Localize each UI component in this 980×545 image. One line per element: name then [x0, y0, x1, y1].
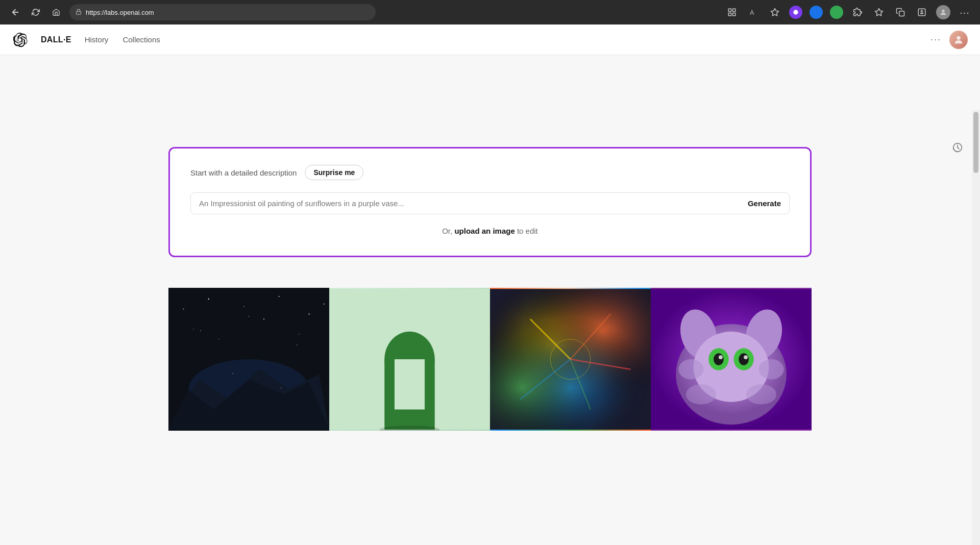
scrollbar-track[interactable] [972, 110, 980, 545]
extension-icon-c[interactable] [810, 6, 823, 19]
generator-card: Start with a detailed description Surpri… [168, 147, 812, 257]
address-bar[interactable]: https://labs.openai.com [69, 4, 376, 20]
extension-icon-purple[interactable] [789, 6, 802, 19]
svg-rect-4 [733, 13, 736, 16]
svg-point-57 [746, 384, 776, 404]
svg-point-15 [183, 309, 184, 310]
svg-point-54 [678, 359, 703, 379]
back-button[interactable] [8, 5, 22, 19]
svg-point-16 [208, 299, 209, 300]
font-button[interactable]: A [746, 5, 761, 19]
svg-point-52 [719, 355, 723, 359]
nav-history-link[interactable]: History [84, 33, 110, 46]
gallery-grid [168, 288, 812, 431]
content-wrapper: Start with a detailed description Surpri… [133, 55, 847, 431]
app-navigation: DALL·E History Collections ··· [0, 24, 980, 55]
surprise-me-button[interactable]: Surprise me [305, 165, 363, 180]
duplicate-button[interactable] [893, 5, 908, 19]
svg-rect-0 [77, 11, 81, 14]
browser-more-button[interactable]: ··· [958, 5, 972, 19]
gallery-item-purple-creature[interactable] [651, 288, 812, 431]
svg-point-11 [957, 36, 960, 39]
profile-avatar[interactable] [949, 31, 968, 49]
svg-point-10 [942, 10, 944, 12]
svg-point-6 [793, 10, 798, 14]
svg-point-18 [279, 296, 280, 297]
gallery-section [168, 288, 812, 431]
dark-scene-image [168, 288, 329, 431]
svg-point-22 [299, 334, 300, 335]
main-area: Start with a detailed description Surpri… [0, 55, 980, 545]
svg-marker-26 [168, 379, 329, 429]
nav-left: DALL·E History Collections [12, 32, 161, 48]
home-button[interactable] [49, 5, 63, 19]
svg-rect-1 [728, 9, 731, 11]
svg-text:A: A [750, 9, 754, 16]
openai-logo[interactable] [12, 32, 29, 48]
browser-profile-button[interactable] [936, 5, 950, 19]
favorites-button[interactable] [768, 5, 782, 19]
svg-rect-3 [728, 13, 731, 16]
purple-creature-image [651, 288, 812, 431]
card-top-row: Start with a detailed description Surpri… [190, 165, 790, 180]
browser-chrome: https://labs.openai.com A [0, 0, 980, 24]
svg-marker-7 [875, 9, 883, 16]
svg-rect-30 [395, 359, 425, 409]
svg-rect-8 [899, 11, 904, 16]
svg-point-21 [263, 318, 264, 319]
description-label: Start with a detailed description [190, 168, 297, 177]
upload-row: Or, upload an image to edit [190, 227, 790, 235]
green-arch-image [329, 288, 490, 431]
nav-collections-link[interactable]: Collections [121, 33, 161, 46]
svg-point-56 [686, 384, 716, 404]
prompt-input[interactable] [199, 199, 748, 208]
app-name: DALL·E [41, 35, 71, 44]
prompt-input-row: Generate [190, 192, 790, 214]
reload-button[interactable] [29, 5, 43, 19]
svg-point-14 [188, 359, 309, 419]
colorful-burst-image [490, 288, 651, 431]
gallery-item-colorful-burst[interactable] [490, 288, 651, 431]
svg-marker-25 [168, 369, 329, 430]
upload-link[interactable]: upload an image [454, 227, 514, 235]
extensions-button[interactable] [850, 5, 865, 19]
svg-point-51 [739, 353, 749, 365]
browser-toolbar: A [725, 5, 972, 19]
lock-icon [76, 9, 82, 16]
svg-point-55 [759, 359, 784, 379]
url-text: https://labs.openai.com [86, 9, 154, 16]
svg-point-20 [193, 329, 194, 330]
tab-grid-button[interactable] [725, 5, 739, 19]
svg-point-17 [243, 306, 244, 307]
svg-rect-13 [168, 289, 329, 430]
svg-rect-2 [733, 9, 736, 11]
svg-point-24 [218, 339, 219, 340]
upload-prefix: Or, [442, 227, 452, 235]
svg-point-19 [308, 313, 309, 314]
extension-icon-g[interactable] [830, 6, 843, 19]
svg-point-50 [714, 353, 724, 365]
generate-button[interactable]: Generate [748, 199, 781, 208]
history-clock-button[interactable] [949, 139, 966, 156]
collections-star-button[interactable] [872, 5, 886, 19]
svg-point-23 [324, 304, 325, 305]
scrollbar-thumb[interactable] [973, 112, 978, 173]
nav-right: ··· [930, 31, 968, 49]
math-button[interactable] [915, 5, 929, 19]
nav-more-button[interactable]: ··· [930, 34, 941, 45]
gallery-item-dark-scene[interactable] [168, 288, 329, 431]
upload-suffix: to edit [517, 227, 538, 235]
gallery-item-green-arch[interactable] [329, 288, 490, 431]
svg-point-53 [744, 355, 748, 359]
